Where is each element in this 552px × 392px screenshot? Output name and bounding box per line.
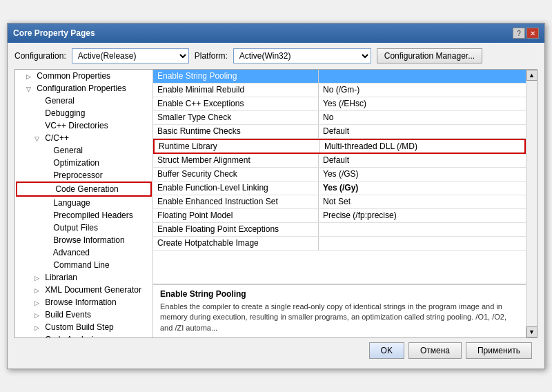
prop-value: Default — [319, 154, 526, 167]
expand-arrow: ▽ — [26, 86, 34, 92]
description-title: Enable String Pooling — [160, 289, 519, 299]
prop-row-hotpatchable-image[interactable]: Create Hotpatchable Image — [153, 237, 526, 251]
apply-button[interactable]: Применить — [466, 342, 532, 359]
title-bar-buttons: ? ✕ — [513, 28, 539, 39]
scroll-track — [526, 81, 537, 326]
sidebar-item-preprocessor[interactable]: Preprocessor — [15, 169, 152, 182]
sidebar-item-command-line[interactable]: Command Line — [15, 259, 152, 271]
expand-arrow: ▷ — [34, 324, 43, 331]
sidebar-item-custom-build[interactable]: ▷ Custom Build Step — [15, 321, 152, 333]
prop-name: Enable String Pooling — [153, 70, 319, 83]
prop-row-smaller-type-check[interactable]: Smaller Type Check No — [153, 111, 526, 125]
expand-arrow: ▷ — [26, 73, 34, 80]
sidebar-item-common-properties[interactable]: ▷ Common Properties — [15, 70, 152, 82]
sidebar-item-debugging[interactable]: Debugging — [15, 107, 152, 119]
sidebar-item-label: Precompiled Headers — [53, 210, 132, 220]
prop-value: Multi-threaded DLL (/MD) — [320, 140, 524, 153]
ok-button[interactable]: OK — [369, 342, 404, 359]
sidebar-item-label: Advanced — [53, 248, 90, 257]
sidebar-item-label: Browse Information — [45, 297, 116, 307]
prop-row-enable-minimal-rebuild[interactable]: Enable Minimal Rebuild No (/Gm-) — [153, 84, 526, 97]
sidebar-item-librarian[interactable]: ▷ Librarian — [15, 271, 152, 284]
expand-arrow: ▷ — [34, 300, 43, 306]
sidebar-item-label: Output Files — [53, 223, 98, 233]
expand-arrow: ▷ — [34, 275, 43, 282]
prop-value: Yes (/EHsc) — [319, 97, 526, 110]
sidebar-item-browse-info2[interactable]: ▷ Browse Information — [15, 296, 152, 308]
prop-name: Enable C++ Exceptions — [153, 97, 319, 110]
prop-row-struct-member-alignment[interactable]: Struct Member Alignment Default — [153, 154, 526, 168]
prop-row-enable-cpp-exceptions[interactable]: Enable C++ Exceptions Yes (/EHsc) — [153, 97, 526, 111]
sidebar-item-label: Code Generation — [55, 184, 118, 194]
sidebar-item-output-files[interactable]: Output Files — [15, 222, 152, 234]
expand-arrow: ▷ — [34, 312, 43, 319]
main-content: ▷ Common Properties ▽ Configuration Prop… — [14, 69, 538, 338]
sidebar-item-cpp-general[interactable]: General — [15, 144, 152, 157]
sidebar-item-code-generation[interactable]: Code Generation — [16, 182, 152, 197]
left-tree-panel: ▷ Common Properties ▽ Configuration Prop… — [15, 70, 153, 337]
config-label: Configuration: — [14, 51, 66, 61]
sidebar-item-language[interactable]: Language — [15, 197, 152, 209]
prop-row-enable-string-pooling[interactable]: Enable String Pooling — [153, 70, 526, 84]
scroll-down-button[interactable]: ▼ — [526, 326, 538, 337]
sidebar-item-xml-doc-gen[interactable]: ▷ XML Document Generator — [15, 284, 152, 296]
prop-value — [319, 70, 526, 83]
sidebar-item-label: Optimization — [53, 158, 99, 168]
prop-row-buffer-security-check[interactable]: Buffer Security Check Yes (/GS) — [153, 168, 526, 182]
sidebar-item-vcpp-dirs[interactable]: VC++ Directories — [15, 119, 152, 132]
sidebar-item-label: XML Document Generator — [45, 285, 141, 295]
bottom-bar: OK Отмена Применить — [14, 338, 538, 363]
prop-name: Smaller Type Check — [153, 111, 319, 124]
help-button[interactable]: ? — [513, 28, 525, 39]
sidebar-item-precompiled-headers[interactable]: Precompiled Headers — [15, 209, 152, 222]
config-row: Configuration: Active(Release) Platform:… — [14, 48, 538, 63]
sidebar-item-general[interactable]: General — [15, 95, 152, 107]
prop-row-basic-runtime-checks[interactable]: Basic Runtime Checks Default — [153, 125, 526, 139]
sidebar-item-optimization[interactable]: Optimization — [15, 157, 152, 169]
sidebar-item-label: Custom Build Step — [45, 322, 113, 332]
prop-name: Create Hotpatchable Image — [153, 237, 319, 250]
prop-name: Basic Runtime Checks — [153, 125, 319, 138]
sidebar-item-label: Code Analysis — [45, 335, 97, 337]
prop-row-function-level-linking[interactable]: Enable Function-Level Linking Yes (/Gy) — [153, 182, 526, 195]
dialog-body: Configuration: Active(Release) Platform:… — [8, 43, 544, 369]
sidebar-item-label: Configuration Properties — [37, 84, 126, 93]
configuration-select[interactable]: Active(Release) — [72, 48, 189, 63]
platform-select[interactable]: Active(Win32) — [233, 48, 371, 63]
dialog-window: Core Property Pages ? ✕ Configuration: A… — [7, 23, 545, 369]
prop-value: Precise (/fp:precise) — [319, 209, 526, 222]
sidebar-item-code-analysis[interactable]: ▷ Code Analysis — [15, 333, 152, 337]
sidebar-item-advanced[interactable]: Advanced — [15, 246, 152, 259]
expand-arrow: ▽ — [34, 135, 43, 142]
prop-value — [319, 237, 526, 250]
expand-arrow: ▷ — [34, 287, 43, 294]
prop-row-floating-point-exceptions[interactable]: Enable Floating Point Exceptions — [153, 223, 526, 237]
sidebar-item-build-events[interactable]: ▷ Build Events — [15, 308, 152, 321]
prop-row-enhanced-instruction-set[interactable]: Enable Enhanced Instruction Set Not Set — [153, 195, 526, 209]
prop-row-floating-point-model[interactable]: Floating Point Model Precise (/fp:precis… — [153, 209, 526, 223]
sidebar-item-label: Debugging — [45, 108, 85, 118]
sidebar-item-label: Common Properties — [37, 71, 110, 81]
dialog-title: Core Property Pages — [13, 28, 95, 38]
sidebar-item-cpp[interactable]: ▽ C/C++ — [15, 132, 152, 144]
configuration-manager-button[interactable]: Configuration Manager... — [377, 48, 482, 63]
cancel-button[interactable]: Отмена — [408, 342, 462, 359]
prop-value: Default — [319, 125, 526, 138]
sidebar-item-label: Preprocessor — [53, 170, 102, 180]
sidebar-item-browse-info[interactable]: Browse Information — [15, 234, 152, 246]
sidebar-item-label: General — [45, 96, 75, 106]
title-bar: Core Property Pages ? ✕ — [8, 23, 544, 43]
sidebar-item-label: Command Line — [53, 260, 109, 270]
sidebar-item-config-properties[interactable]: ▽ Configuration Properties — [15, 82, 152, 95]
scroll-up-button[interactable]: ▲ — [526, 70, 538, 81]
prop-value: Yes (/Gy) — [319, 182, 526, 195]
sidebar-item-label: Librarian — [45, 273, 77, 282]
sidebar-item-label: Language — [53, 198, 90, 208]
prop-value: Not Set — [319, 195, 526, 208]
close-button[interactable]: ✕ — [526, 28, 539, 39]
prop-name: Enable Function-Level Linking — [153, 182, 319, 195]
sidebar-item-label: General — [53, 146, 83, 155]
prop-name: Enable Floating Point Exceptions — [153, 223, 319, 236]
sidebar-item-label: Build Events — [45, 310, 91, 320]
prop-row-runtime-library[interactable]: Runtime Library Multi-threaded DLL (/MD) — [153, 139, 526, 154]
